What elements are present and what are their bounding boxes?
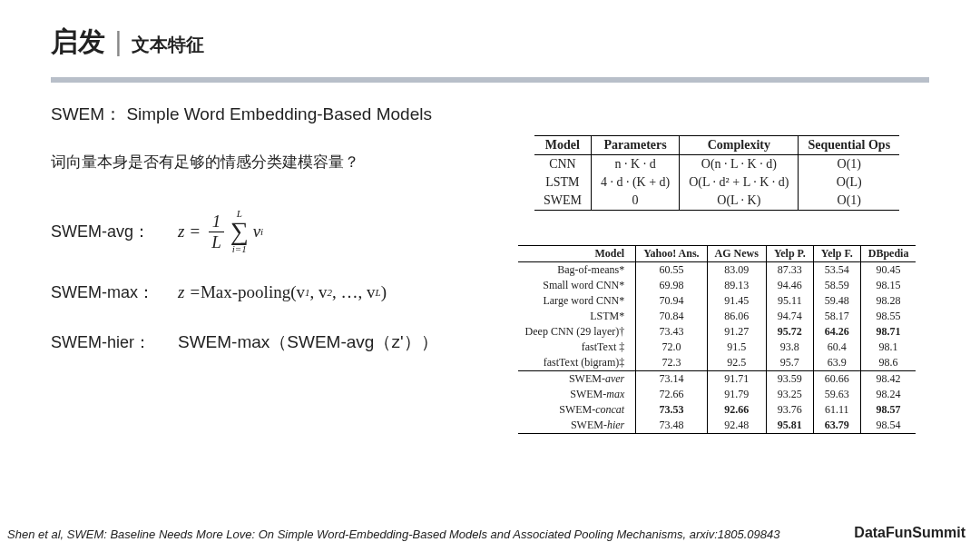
t2-cell: 91.79 [707,387,766,402]
t2-cell: 73.48 [636,418,707,434]
t2-header: Yahoo! Ans. [636,246,707,262]
t2-cell: 93.59 [766,371,813,388]
t2-cell: 92.66 [707,402,766,418]
t2-header: AG News [707,246,766,262]
t2-cell: 93.8 [766,340,813,355]
t2-cell: 70.94 [636,293,707,309]
t2-cell: 92.5 [707,355,766,371]
t1-cell: n · K · d [591,155,679,174]
t2-cell: Bag-of-means* [518,262,636,279]
t2-cell: SWEM-max [518,387,636,402]
t1-cell: 0 [591,192,679,211]
t1-cell: O(n · L · K · d) [680,155,799,174]
t2-cell: 73.43 [636,324,707,340]
t2-header: DBpedia [860,246,916,262]
t2-cell: 63.79 [813,418,860,434]
t2-cell: 63.9 [813,355,860,371]
fraction-1-over-L: 1 L [209,212,224,252]
t2-cell: SWEM-hier [518,418,636,434]
t1-cell: O(L · d² + L · K · d) [680,173,799,192]
t1-header: Parameters [591,136,679,155]
citation: Shen et al, SWEM: Baseline Needs More Lo… [7,527,779,541]
t2-cell: 91.5 [707,340,766,355]
t2-cell: 98.24 [860,387,916,402]
t2-cell: 98.54 [860,418,916,434]
t2-cell: 98.15 [860,278,916,293]
swem-definition: SWEM： Simple Word Embedding-Based Models [51,103,505,126]
swem-avg-row: SWEM-avg： z = 1 L L ∑ i=1 vi [51,209,505,254]
swem-avg-label: SWEM-avg： [51,221,178,242]
t1-cell: SWEM [534,192,592,211]
t2-cell: 72.66 [636,387,707,402]
t2-cell: 59.63 [813,387,860,402]
t2-cell: 86.06 [707,309,766,324]
t1-cell: LSTM [534,173,592,192]
research-question: 词向量本身是否有足够的情感分类建模容量？ [51,152,505,172]
complexity-table: ModelParametersComplexitySequential Ops … [534,135,899,211]
t1-cell: O(L) [799,173,899,192]
t2-cell: 92.48 [707,418,766,434]
t2-cell: SWEM-concat [518,402,636,418]
slide-header: 启发 | 文本特征 [0,0,980,68]
footer: Shen et al, SWEM: Baseline Needs More Lo… [7,525,965,541]
t2-cell: 91.27 [707,324,766,340]
swem-hier-label: SWEM-hier： [51,331,178,353]
t2-cell: 95.81 [766,418,813,434]
swem-max-row: SWEM-max： z = Max-pooling (v1 , v2 , …, … [51,281,505,303]
right-column: ModelParametersComplexitySequential Ops … [505,103,929,434]
swem-expansion: Simple Word Embedding-Based Models [126,104,432,123]
t2-cell: 72.3 [636,355,707,371]
left-column: SWEM： Simple Word Embedding-Based Models… [51,103,505,434]
t2-cell: 70.84 [636,309,707,324]
t2-cell: 83.09 [707,262,766,279]
t1-header: Model [534,136,592,155]
t2-cell: 93.25 [766,387,813,402]
sigma-icon: L ∑ i=1 [230,209,249,254]
t2-cell: 60.66 [813,371,860,388]
t1-cell: O(1) [799,155,899,174]
t2-cell: LSTM* [518,309,636,324]
swem-avg-formula: z = 1 L L ∑ i=1 vi [178,209,263,254]
title-sub: 文本特征 [132,34,204,54]
t2-cell: 98.55 [860,309,916,324]
t1-header: Complexity [680,136,799,155]
t2-cell: 91.71 [707,371,766,388]
t2-cell: 73.14 [636,371,707,388]
t2-cell: Small word CNN* [518,278,636,293]
t2-header: Yelp P. [766,246,813,262]
t2-cell: 87.33 [766,262,813,279]
t1-cell: 4 · d · (K + d) [591,173,679,192]
results-table: ModelYahoo! Ans.AG NewsYelp P.Yelp F.DBp… [518,245,916,434]
t2-cell: 89.13 [707,278,766,293]
t2-cell: 73.53 [636,402,707,418]
t2-header: Yelp F. [813,246,860,262]
swem-max-label: SWEM-max： [51,281,178,303]
t1-cell: O(L · K) [680,192,799,211]
swem-hier-formula: SWEM-max（SWEM-avg（z'）） [178,330,438,354]
t2-cell: 64.26 [813,324,860,340]
t2-cell: 69.98 [636,278,707,293]
t2-cell: 98.42 [860,371,916,388]
t2-cell: 53.54 [813,262,860,279]
t2-cell: SWEM-aver [518,371,636,388]
t2-cell: 90.45 [860,262,916,279]
t2-cell: fastText ‡ [518,340,636,355]
t2-cell: 59.48 [813,293,860,309]
content-area: SWEM： Simple Word Embedding-Based Models… [0,83,980,434]
t2-cell: 60.4 [813,340,860,355]
t2-cell: 93.76 [766,402,813,418]
brand-logo: DataFunSummit [854,525,965,541]
t1-cell: O(1) [799,192,899,211]
t2-cell: 98.71 [860,324,916,340]
t1-cell: CNN [534,155,592,174]
t2-cell: 60.55 [636,262,707,279]
t2-cell: 58.17 [813,309,860,324]
title-separator: | [109,26,127,56]
t2-cell: 98.1 [860,340,916,355]
t2-cell: 61.11 [813,402,860,418]
t2-cell: 58.59 [813,278,860,293]
t2-header: Model [518,246,636,262]
t2-cell: 94.74 [766,309,813,324]
t2-cell: Large word CNN* [518,293,636,309]
t2-cell: 95.7 [766,355,813,371]
